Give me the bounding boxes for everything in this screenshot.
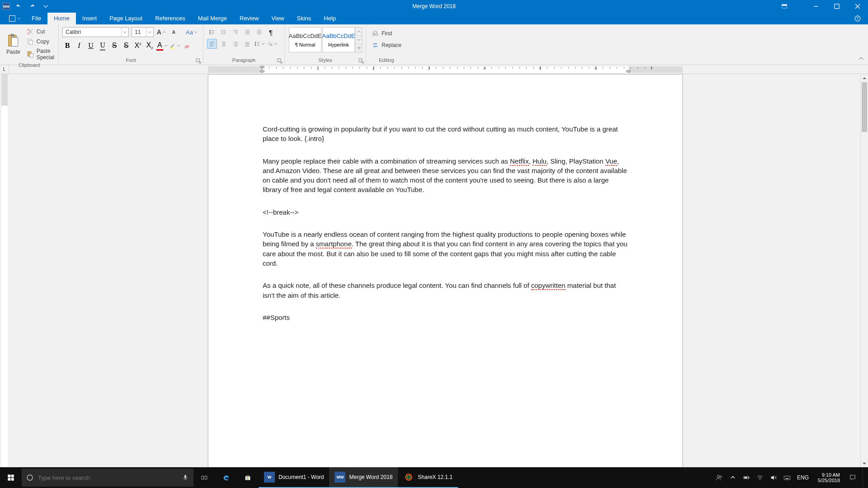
tab-file[interactable]: File bbox=[25, 13, 47, 24]
superscript-button[interactable]: X2 bbox=[133, 41, 143, 51]
ribbon-display-options-button[interactable] bbox=[778, 0, 791, 13]
clock[interactable]: 9:10 AM5/25/2018 bbox=[815, 472, 843, 483]
wifi-icon[interactable] bbox=[756, 474, 764, 481]
align-center-button[interactable] bbox=[219, 39, 229, 49]
tab-review[interactable]: Review bbox=[233, 13, 265, 24]
scroll-up-button[interactable] bbox=[861, 74, 868, 82]
document-paragraph[interactable]: Cord-cutting is growing in popularity bu… bbox=[263, 124, 628, 144]
styles-dialog-launcher[interactable] bbox=[359, 57, 364, 63]
subscript-button[interactable]: X2 bbox=[145, 41, 155, 51]
taskbar-app-sharex[interactable]: ShareX 12.1.1 bbox=[398, 467, 458, 488]
indent-marker-left[interactable] bbox=[260, 66, 264, 75]
multilevel-list-button[interactable] bbox=[231, 27, 241, 37]
volume-icon[interactable] bbox=[770, 474, 777, 481]
collapse-ribbon-button[interactable] bbox=[858, 56, 864, 62]
document-paragraph[interactable]: Many people replace their cable with a c… bbox=[263, 156, 628, 195]
taskbar-search[interactable] bbox=[22, 469, 193, 487]
store-button[interactable] bbox=[237, 467, 259, 488]
line-spacing-button[interactable] bbox=[254, 39, 265, 49]
show-paragraph-marks-button[interactable]: ¶ bbox=[266, 27, 276, 37]
grow-font-button[interactable]: A bbox=[156, 27, 166, 37]
svg-rect-10 bbox=[12, 38, 18, 46]
bullets-button[interactable] bbox=[207, 27, 217, 37]
align-right-button[interactable] bbox=[231, 39, 241, 49]
taskbar-app-mergeword[interactable]: MWMerge Word 2018 bbox=[329, 467, 398, 488]
close-button[interactable] bbox=[847, 0, 868, 13]
styles-expand[interactable] bbox=[356, 44, 362, 52]
strikethrough-button[interactable]: S bbox=[109, 41, 119, 51]
indent-marker-right[interactable] bbox=[626, 66, 631, 75]
taskbar-app-word[interactable]: WDocument1 - Word bbox=[259, 467, 329, 488]
tab-insert[interactable]: Insert bbox=[76, 13, 104, 24]
styles-scroll-down[interactable] bbox=[356, 36, 362, 44]
align-left-button[interactable] bbox=[207, 39, 217, 49]
double-strikethrough-button[interactable]: S bbox=[121, 41, 131, 51]
battery-icon[interactable] bbox=[743, 474, 750, 481]
style-hyperlink[interactable]: AaBbCcDdEHyperlink bbox=[322, 27, 355, 52]
file-menu-button[interactable] bbox=[5, 13, 25, 24]
document-paragraph[interactable]: ##Sports bbox=[263, 313, 628, 322]
paste-button[interactable]: Paste bbox=[5, 48, 22, 56]
bold-button[interactable]: B bbox=[62, 41, 72, 51]
font-name-combo[interactable]: Calibri bbox=[62, 27, 129, 37]
input-language[interactable]: ENG bbox=[797, 474, 809, 481]
start-button[interactable] bbox=[0, 467, 22, 488]
replace-button[interactable]: Replace bbox=[370, 41, 403, 50]
tab-page-layout[interactable]: Page Layout bbox=[103, 13, 149, 24]
tab-view[interactable]: View bbox=[265, 13, 291, 24]
numbering-button[interactable]: 123 bbox=[219, 27, 229, 37]
shrink-font-button[interactable]: A bbox=[169, 27, 179, 37]
double-underline-button[interactable]: U bbox=[98, 41, 108, 51]
highlight-button[interactable] bbox=[170, 41, 180, 51]
tab-home[interactable]: Home bbox=[47, 13, 76, 24]
styles-gallery-scroll[interactable] bbox=[355, 27, 362, 52]
tray-overflow-icon[interactable] bbox=[729, 474, 736, 481]
style-normal[interactable]: AaBbCcDdE¶ Normal bbox=[289, 27, 321, 52]
font-dialog-launcher[interactable] bbox=[196, 57, 201, 63]
cut-button[interactable]: Cut bbox=[25, 27, 56, 36]
decrease-indent-button[interactable] bbox=[242, 27, 252, 37]
document-paragraph[interactable]: YouTube is a nearly endless ocean of con… bbox=[263, 230, 628, 268]
copy-button[interactable]: Copy bbox=[25, 37, 56, 46]
tab-references[interactable]: References bbox=[149, 13, 191, 24]
clock-time: 9:10 AM bbox=[818, 472, 840, 478]
minimize-button[interactable] bbox=[806, 0, 826, 13]
help-button[interactable]: ? bbox=[852, 13, 863, 24]
maximize-button[interactable] bbox=[826, 0, 847, 13]
qat-customize-button[interactable] bbox=[41, 1, 51, 11]
change-case-button[interactable]: Aa bbox=[184, 27, 199, 37]
tab-skins[interactable]: Skins bbox=[291, 13, 318, 24]
horizontal-ruler[interactable]: 1234567 bbox=[208, 65, 683, 74]
task-view-button[interactable] bbox=[193, 467, 215, 488]
font-color-button[interactable]: A bbox=[156, 41, 168, 51]
redo-button[interactable] bbox=[27, 1, 37, 11]
keyboard-icon[interactable] bbox=[783, 474, 791, 481]
clear-formatting-button[interactable] bbox=[182, 41, 192, 51]
edge-button[interactable] bbox=[215, 467, 237, 488]
search-input[interactable] bbox=[38, 474, 177, 481]
document-paragraph[interactable]: <!--break--> bbox=[263, 207, 628, 217]
scroll-thumb[interactable] bbox=[862, 82, 867, 132]
justify-button[interactable] bbox=[242, 39, 252, 49]
underline-button[interactable]: U bbox=[86, 41, 96, 51]
shading-button[interactable] bbox=[267, 39, 278, 49]
paragraph-dialog-launcher[interactable] bbox=[277, 57, 283, 63]
document-page[interactable]: Cord-cutting is growing in popularity bu… bbox=[208, 74, 683, 467]
vertical-ruler[interactable] bbox=[0, 74, 9, 467]
scroll-down-button[interactable] bbox=[861, 460, 868, 467]
increase-indent-button[interactable] bbox=[254, 27, 264, 37]
microphone-icon[interactable] bbox=[182, 474, 189, 481]
action-center-icon[interactable] bbox=[849, 474, 856, 481]
people-icon[interactable] bbox=[716, 474, 723, 481]
tab-mail-merge[interactable]: Mail Merge bbox=[192, 13, 233, 24]
paste-special-button[interactable]: Paste Special bbox=[25, 47, 56, 61]
document-paragraph[interactable]: As a quick note, all of these channels p… bbox=[263, 281, 628, 300]
font-size-combo[interactable]: 11 bbox=[132, 27, 154, 37]
italic-button[interactable]: I bbox=[74, 41, 84, 51]
styles-scroll-up[interactable] bbox=[356, 28, 362, 36]
tab-help[interactable]: Help bbox=[317, 13, 342, 24]
show-desktop-button[interactable] bbox=[863, 467, 865, 488]
find-button[interactable]: Find bbox=[370, 29, 403, 38]
undo-button[interactable] bbox=[14, 1, 24, 11]
vertical-scrollbar[interactable] bbox=[860, 74, 868, 467]
